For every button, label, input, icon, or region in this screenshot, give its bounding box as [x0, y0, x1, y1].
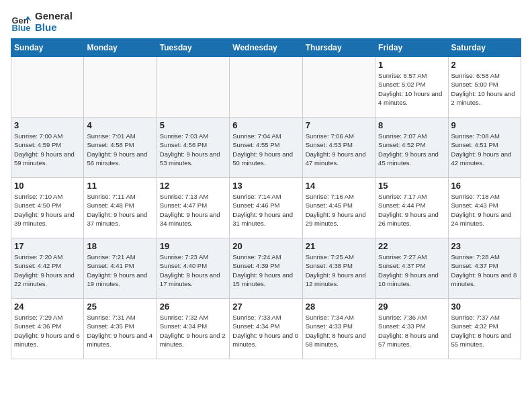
day-number: 5 — [160, 120, 226, 130]
calendar-cell: 5Sunrise: 7:03 AM Sunset: 4:56 PM Daylig… — [157, 118, 229, 178]
calendar-cell: 16Sunrise: 7:18 AM Sunset: 4:43 PM Dayli… — [448, 178, 521, 238]
calendar-cell: 11Sunrise: 7:11 AM Sunset: 4:48 PM Dayli… — [84, 178, 157, 238]
calendar-cell: 23Sunrise: 7:28 AM Sunset: 4:37 PM Dayli… — [448, 238, 521, 299]
day-info: Sunrise: 7:17 AM Sunset: 4:44 PM Dayligh… — [378, 192, 445, 228]
day-number: 21 — [306, 241, 372, 251]
day-info: Sunrise: 7:32 AM Sunset: 4:34 PM Dayligh… — [160, 313, 226, 349]
weekday-header-friday: Friday — [375, 39, 448, 57]
day-number: 23 — [451, 241, 518, 251]
day-number: 11 — [87, 181, 153, 191]
day-number: 24 — [14, 302, 81, 312]
weekday-header-wednesday: Wednesday — [230, 39, 302, 57]
page-header: Gen Blue General Blue — [11, 11, 521, 33]
day-info: Sunrise: 7:00 AM Sunset: 4:59 PM Dayligh… — [14, 132, 81, 167]
day-info: Sunrise: 7:04 AM Sunset: 4:55 PM Dayligh… — [232, 132, 299, 167]
calendar-cell: 10Sunrise: 7:10 AM Sunset: 4:50 PM Dayli… — [11, 178, 84, 238]
logo-icon: Gen Blue — [11, 11, 32, 33]
day-info: Sunrise: 7:08 AM Sunset: 4:51 PM Dayligh… — [451, 132, 518, 167]
day-info: Sunrise: 7:28 AM Sunset: 4:37 PM Dayligh… — [451, 253, 518, 288]
day-info: Sunrise: 6:57 AM Sunset: 5:02 PM Dayligh… — [378, 71, 445, 107]
calendar-cell: 12Sunrise: 7:13 AM Sunset: 4:47 PM Dayli… — [157, 178, 229, 238]
day-number: 13 — [232, 181, 299, 191]
day-info: Sunrise: 7:20 AM Sunset: 4:42 PM Dayligh… — [14, 253, 81, 288]
weekday-header-thursday: Thursday — [302, 39, 375, 57]
calendar-table: SundayMondayTuesdayWednesdayThursdayFrid… — [11, 38, 521, 359]
day-number: 8 — [378, 120, 445, 130]
calendar-cell: 20Sunrise: 7:24 AM Sunset: 4:39 PM Dayli… — [230, 238, 302, 299]
day-number: 14 — [306, 181, 372, 191]
calendar-cell — [230, 57, 302, 118]
day-number: 10 — [14, 181, 81, 191]
calendar-cell: 9Sunrise: 7:08 AM Sunset: 4:51 PM Daylig… — [448, 118, 521, 178]
calendar-cell: 2Sunrise: 6:58 AM Sunset: 5:00 PM Daylig… — [448, 57, 521, 118]
calendar-week-2: 3Sunrise: 7:00 AM Sunset: 4:59 PM Daylig… — [11, 118, 521, 178]
day-info: Sunrise: 7:01 AM Sunset: 4:58 PM Dayligh… — [87, 132, 153, 167]
calendar-cell: 27Sunrise: 7:33 AM Sunset: 4:34 PM Dayli… — [230, 299, 302, 359]
day-number: 15 — [378, 181, 445, 191]
calendar-cell: 21Sunrise: 7:25 AM Sunset: 4:38 PM Dayli… — [302, 238, 375, 299]
calendar-cell — [11, 57, 84, 118]
day-info: Sunrise: 7:13 AM Sunset: 4:47 PM Dayligh… — [160, 192, 226, 228]
day-number: 3 — [14, 120, 81, 130]
day-number: 2 — [451, 60, 518, 70]
day-number: 29 — [378, 302, 445, 312]
calendar-week-5: 24Sunrise: 7:29 AM Sunset: 4:36 PM Dayli… — [11, 299, 521, 359]
day-info: Sunrise: 7:36 AM Sunset: 4:33 PM Dayligh… — [378, 313, 445, 349]
calendar-cell: 1Sunrise: 6:57 AM Sunset: 5:02 PM Daylig… — [375, 57, 448, 118]
logo-blue: Blue — [35, 22, 73, 34]
calendar-week-1: 1Sunrise: 6:57 AM Sunset: 5:02 PM Daylig… — [11, 57, 521, 118]
day-number: 17 — [14, 241, 81, 251]
calendar-cell: 24Sunrise: 7:29 AM Sunset: 4:36 PM Dayli… — [11, 299, 84, 359]
calendar-cell: 17Sunrise: 7:20 AM Sunset: 4:42 PM Dayli… — [11, 238, 84, 299]
day-info: Sunrise: 7:07 AM Sunset: 4:52 PM Dayligh… — [378, 132, 445, 167]
day-info: Sunrise: 7:03 AM Sunset: 4:56 PM Dayligh… — [160, 132, 226, 167]
calendar-cell: 19Sunrise: 7:23 AM Sunset: 4:40 PM Dayli… — [157, 238, 229, 299]
calendar-cell: 28Sunrise: 7:34 AM Sunset: 4:33 PM Dayli… — [302, 299, 375, 359]
day-info: Sunrise: 7:31 AM Sunset: 4:35 PM Dayligh… — [87, 313, 153, 349]
day-info: Sunrise: 7:33 AM Sunset: 4:34 PM Dayligh… — [232, 313, 299, 349]
day-number: 4 — [87, 120, 153, 130]
day-number: 1 — [378, 60, 445, 70]
day-info: Sunrise: 7:34 AM Sunset: 4:33 PM Dayligh… — [306, 313, 372, 349]
day-info: Sunrise: 7:11 AM Sunset: 4:48 PM Dayligh… — [87, 192, 153, 228]
calendar-cell: 14Sunrise: 7:16 AM Sunset: 4:45 PM Dayli… — [302, 178, 375, 238]
calendar-cell: 13Sunrise: 7:14 AM Sunset: 4:46 PM Dayli… — [230, 178, 302, 238]
day-number: 6 — [232, 120, 299, 130]
calendar-cell — [302, 57, 375, 118]
calendar-cell — [84, 57, 157, 118]
day-number: 27 — [232, 302, 299, 312]
day-number: 22 — [378, 241, 445, 251]
weekday-header-row: SundayMondayTuesdayWednesdayThursdayFrid… — [11, 39, 521, 57]
day-info: Sunrise: 7:27 AM Sunset: 4:37 PM Dayligh… — [378, 253, 445, 288]
svg-text:Blue: Blue — [12, 22, 31, 32]
calendar-cell: 18Sunrise: 7:21 AM Sunset: 4:41 PM Dayli… — [84, 238, 157, 299]
day-number: 16 — [451, 181, 518, 191]
day-info: Sunrise: 7:37 AM Sunset: 4:32 PM Dayligh… — [451, 313, 518, 349]
day-number: 30 — [451, 302, 518, 312]
day-info: Sunrise: 7:21 AM Sunset: 4:41 PM Dayligh… — [87, 253, 153, 288]
day-number: 9 — [451, 120, 518, 130]
day-number: 28 — [306, 302, 372, 312]
day-info: Sunrise: 7:18 AM Sunset: 4:43 PM Dayligh… — [451, 192, 518, 228]
calendar-cell: 4Sunrise: 7:01 AM Sunset: 4:58 PM Daylig… — [84, 118, 157, 178]
weekday-header-monday: Monday — [84, 39, 157, 57]
day-number: 19 — [160, 241, 226, 251]
day-number: 25 — [87, 302, 153, 312]
day-number: 26 — [160, 302, 226, 312]
day-number: 12 — [160, 181, 226, 191]
calendar-cell: 6Sunrise: 7:04 AM Sunset: 4:55 PM Daylig… — [230, 118, 302, 178]
calendar-cell: 3Sunrise: 7:00 AM Sunset: 4:59 PM Daylig… — [11, 118, 84, 178]
day-info: Sunrise: 7:23 AM Sunset: 4:40 PM Dayligh… — [160, 253, 226, 288]
day-info: Sunrise: 7:24 AM Sunset: 4:39 PM Dayligh… — [232, 253, 299, 288]
calendar-cell: 26Sunrise: 7:32 AM Sunset: 4:34 PM Dayli… — [157, 299, 229, 359]
day-info: Sunrise: 6:58 AM Sunset: 5:00 PM Dayligh… — [451, 71, 518, 107]
calendar-cell: 25Sunrise: 7:31 AM Sunset: 4:35 PM Dayli… — [84, 299, 157, 359]
day-info: Sunrise: 7:14 AM Sunset: 4:46 PM Dayligh… — [232, 192, 299, 228]
day-info: Sunrise: 7:16 AM Sunset: 4:45 PM Dayligh… — [306, 192, 372, 228]
calendar-cell: 8Sunrise: 7:07 AM Sunset: 4:52 PM Daylig… — [375, 118, 448, 178]
calendar-cell: 15Sunrise: 7:17 AM Sunset: 4:44 PM Dayli… — [375, 178, 448, 238]
day-info: Sunrise: 7:25 AM Sunset: 4:38 PM Dayligh… — [306, 253, 372, 288]
calendar-week-3: 10Sunrise: 7:10 AM Sunset: 4:50 PM Dayli… — [11, 178, 521, 238]
day-number: 18 — [87, 241, 153, 251]
day-info: Sunrise: 7:29 AM Sunset: 4:36 PM Dayligh… — [14, 313, 81, 349]
